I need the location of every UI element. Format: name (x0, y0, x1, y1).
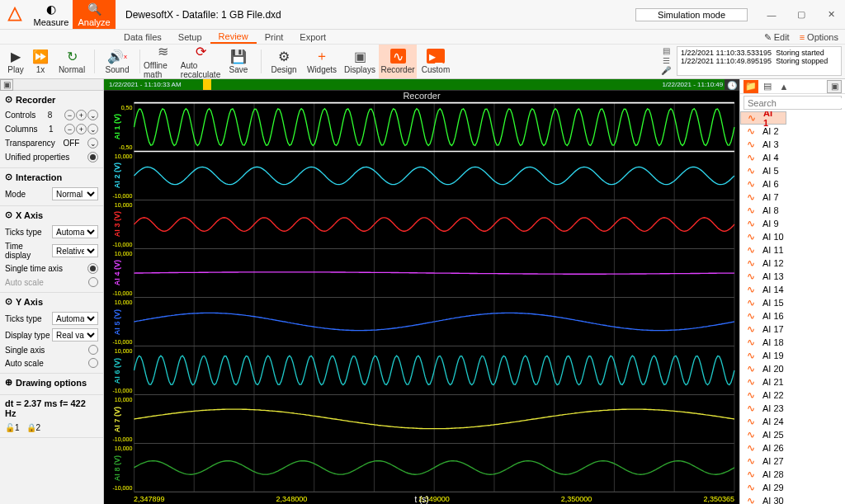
lock-2[interactable]: 🔒2 (26, 423, 41, 432)
mode-normal-button[interactable]: ↻Normal (53, 45, 91, 78)
channel-search[interactable]: 🔍 (744, 96, 842, 110)
channel-item[interactable]: ∿AI 18 (740, 336, 845, 349)
sound-button[interactable]: 🔊xSound (98, 45, 136, 78)
single-time-axis-toggle[interactable] (87, 263, 98, 274)
channel-item[interactable]: ∿AI 28 (740, 468, 845, 481)
wave-icon: ∿ (747, 139, 758, 150)
channel-item[interactable]: ∿AI 26 (740, 441, 845, 455)
columns-chevron[interactable]: ⌄ (87, 124, 98, 134)
save-button[interactable]: 💾Save (220, 45, 257, 78)
close-button[interactable]: ✕ (817, 3, 845, 26)
subtab-print[interactable]: Print (257, 31, 292, 43)
x-autoscale-toggle[interactable] (88, 277, 98, 287)
ch-view-tree[interactable]: 📁 (744, 80, 758, 93)
recalc-icon: ⟳ (196, 45, 206, 59)
wave-icon: ∿ (747, 469, 758, 480)
play-button[interactable]: ▶Play (3, 45, 28, 78)
channel-item[interactable]: ∿AI 15 (740, 296, 845, 309)
ch-view-list[interactable]: ▤ (760, 80, 775, 93)
channel-item[interactable]: ∿AI 16 (740, 309, 845, 323)
channel-item[interactable]: ∿AI 25 (740, 428, 845, 441)
columns-minus[interactable]: − (64, 124, 75, 134)
options-link[interactable]: ≡Options (800, 32, 838, 42)
transparency-chevron[interactable]: ⌄ (87, 138, 98, 148)
channel-item[interactable]: ∿AI 4 (740, 151, 845, 164)
event-list-icon[interactable]: ▤ (660, 46, 672, 56)
single-time-axis-label: Single time axis (5, 264, 63, 273)
replay-icon: ↻ (67, 49, 78, 64)
widgets-button[interactable]: ＋Widgets (303, 45, 341, 78)
channel-item[interactable]: ∿AI 22 (740, 389, 845, 402)
transparency-value: OFF (63, 139, 79, 148)
panel-collapse-right[interactable]: ▣ (827, 80, 842, 93)
channel-item[interactable]: ∿AI 19 (740, 349, 845, 362)
subtab-setup[interactable]: Setup (170, 31, 210, 43)
custom-button[interactable]: ▸_Custom (417, 45, 455, 78)
time-cursor[interactable] (203, 79, 211, 90)
single-axis-toggle[interactable] (88, 345, 98, 355)
channel-item[interactable]: ∿AI 27 (740, 455, 845, 468)
channel-item[interactable]: ∿AI 9 (740, 217, 845, 230)
channel-item[interactable]: ∿AI 3 (740, 138, 845, 151)
mode-select[interactable]: Normal (52, 187, 98, 200)
channel-item[interactable]: ∿AI 6 (740, 177, 845, 191)
channel-item[interactable]: ∿AI 7 (740, 191, 845, 204)
waveform-canvas: 0,50-0,5010,000-10,00010,000-10,00010,00… (104, 91, 739, 504)
controls-plus[interactable]: + (76, 110, 87, 120)
time-end: 1/22/2021 - 11:10:49 AM (662, 81, 734, 88)
recorder-button[interactable]: ∿Recorder (379, 45, 417, 78)
design-button[interactable]: ⚙Design (265, 45, 303, 78)
minimize-button[interactable]: ― (758, 3, 786, 26)
unified-toggle[interactable] (87, 152, 98, 163)
channel-item[interactable]: ∿AI 30 (740, 494, 845, 504)
yticks-select[interactable]: Automatic (52, 312, 98, 325)
channel-search-input[interactable] (748, 98, 845, 108)
subtab-review[interactable]: Review (210, 31, 257, 44)
channel-item[interactable]: ∿AI 14 (740, 283, 845, 296)
edit-link[interactable]: ✎Edit (764, 32, 790, 43)
ch-view-cursor[interactable]: ▲ (777, 80, 791, 93)
recorder-display[interactable]: 1/22/2021 - 11:10:33 AM 1/22/2021 - 11:1… (104, 79, 739, 504)
subtab-export[interactable]: Export (291, 31, 334, 43)
channel-item[interactable]: ∿AI 29 (740, 481, 845, 494)
panel-collapse-left[interactable]: ▣ (0, 79, 13, 91)
maximize-button[interactable]: ▢ (787, 3, 815, 26)
lock-1[interactable]: 🔓1 (5, 423, 20, 432)
channel-item[interactable]: ∿AI 8 (740, 204, 845, 217)
channel-item[interactable]: ∿AI 5 (740, 164, 845, 177)
offline-math-button[interactable]: ≋Offline math (144, 45, 182, 78)
y-autoscale-toggle[interactable] (88, 358, 98, 368)
displays-icon: ▣ (354, 49, 366, 64)
event-mic-icon[interactable]: 🎤 (660, 66, 672, 76)
channel-item[interactable]: ∿AI 13 (740, 270, 845, 283)
clock-icon[interactable]: 🕓 (725, 79, 739, 91)
display-type-select[interactable]: Real value (52, 328, 98, 341)
tab-analyze[interactable]: 🔍 Analyze (73, 0, 116, 29)
xticks-select[interactable]: Automatic (52, 225, 98, 238)
subtab-data-files[interactable]: Data files (116, 31, 170, 43)
displays-button[interactable]: ▣Displays (341, 45, 379, 78)
time-start: 1/22/2021 - 11:10:33 AM (109, 81, 182, 88)
wave-icon: ∿ (747, 337, 758, 348)
speed-button[interactable]: ⏩1x (28, 45, 53, 78)
channel-item[interactable]: ∿AI 11 (740, 243, 845, 257)
controls-minus[interactable]: − (64, 110, 75, 120)
channel-item[interactable]: ∿AI 20 (740, 362, 845, 375)
channel-item[interactable]: ∿AI 10 (740, 230, 845, 243)
channel-item[interactable]: ∿AI 21 (740, 375, 845, 389)
tab-measure[interactable]: ◐ Measure (30, 0, 73, 29)
channel-item[interactable]: ∿AI 24 (740, 415, 845, 428)
channel-item[interactable]: ∿AI 12 (740, 257, 845, 270)
time-nav-bar[interactable]: 1/22/2021 - 11:10:33 AM 1/22/2021 - 11:1… (104, 79, 739, 91)
wave-icon: ∿ (747, 231, 758, 243)
ff-icon: ⏩ (32, 49, 49, 64)
channel-item[interactable]: ∿AI 2 (740, 125, 845, 138)
channel-item[interactable]: ∿AI 17 (740, 323, 845, 336)
channel-item[interactable]: ∿AI 23 (740, 402, 845, 415)
channel-item[interactable]: ∿AI 1 (740, 111, 786, 125)
auto-recalc-button[interactable]: ⟳Auto recalculate (182, 45, 220, 78)
event-chart-icon[interactable]: ☰ (660, 56, 672, 66)
columns-plus[interactable]: + (76, 124, 87, 134)
timedisp-select[interactable]: Relative (52, 244, 98, 257)
controls-chevron[interactable]: ⌄ (87, 110, 98, 120)
